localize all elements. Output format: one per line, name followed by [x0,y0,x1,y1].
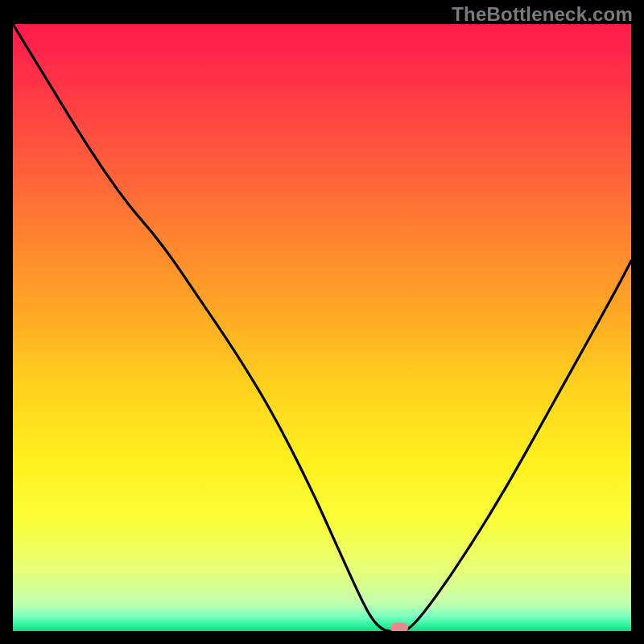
bottleneck-curve [13,24,631,631]
watermark-text: TheBottleneck.com [452,3,633,26]
curve-layer [13,24,631,631]
plot-area [13,24,631,631]
chart-stage: TheBottleneck.com [0,0,644,644]
optimal-marker [390,623,408,632]
